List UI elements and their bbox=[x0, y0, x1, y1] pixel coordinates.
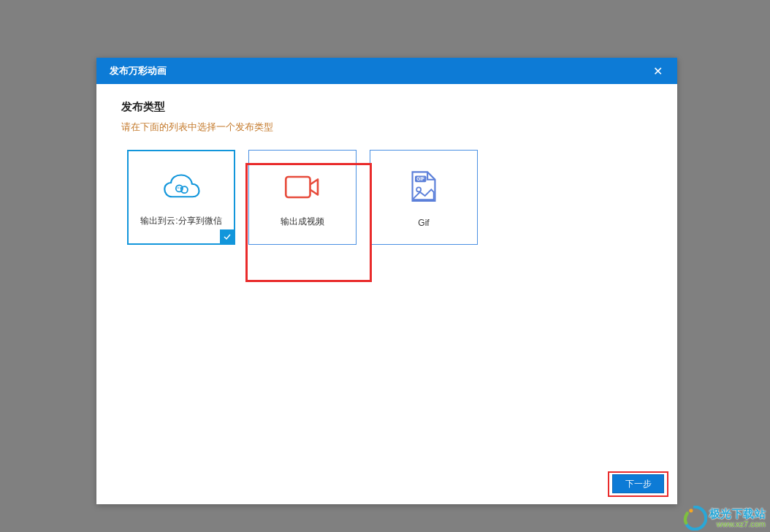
svg-point-7 bbox=[416, 187, 421, 191]
publish-dialog: 发布万彩动画 ✕ 发布类型 请在下面的列表中选择一个发布类型 输出到云:分享到微… bbox=[96, 58, 677, 504]
svg-point-3 bbox=[180, 187, 181, 189]
section-hint: 请在下面的列表中选择一个发布类型 bbox=[121, 121, 652, 134]
option-gif-label: Gif bbox=[418, 218, 429, 228]
watermark: 极光下载站 www.xz7.com bbox=[709, 507, 766, 529]
watermark-title: 极光下载站 bbox=[709, 507, 766, 520]
dialog-footer: 下一步 bbox=[96, 464, 677, 504]
next-button[interactable]: 下一步 bbox=[612, 474, 664, 493]
publish-options: 输出到云:分享到微信 输出成视频 bbox=[121, 150, 652, 245]
section-title: 发布类型 bbox=[121, 100, 652, 114]
svg-point-8 bbox=[689, 509, 693, 512]
option-gif[interactable]: GIF Gif bbox=[370, 150, 478, 245]
svg-point-2 bbox=[178, 187, 179, 189]
check-icon bbox=[220, 229, 235, 244]
gif-icon: GIF bbox=[403, 170, 444, 205]
dialog-title: 发布万彩动画 bbox=[110, 64, 167, 77]
video-icon bbox=[282, 170, 323, 205]
dialog-content: 发布类型 请在下面的列表中选择一个发布类型 输出到云:分享到微信 bbox=[96, 84, 677, 464]
option-video-label: 输出成视频 bbox=[281, 216, 324, 228]
cloud-icon bbox=[161, 170, 202, 205]
svg-text:GIF: GIF bbox=[416, 176, 424, 181]
watermark-url: www.xz7.com bbox=[709, 520, 766, 529]
svg-rect-4 bbox=[286, 177, 310, 197]
option-video[interactable]: 输出成视频 bbox=[248, 150, 357, 245]
close-icon[interactable]: ✕ bbox=[649, 63, 667, 80]
dialog-titlebar: 发布万彩动画 ✕ bbox=[96, 58, 677, 84]
option-cloud-label: 输出到云:分享到微信 bbox=[140, 215, 221, 227]
watermark-logo-icon bbox=[682, 506, 707, 531]
option-cloud[interactable]: 输出到云:分享到微信 bbox=[127, 150, 235, 245]
